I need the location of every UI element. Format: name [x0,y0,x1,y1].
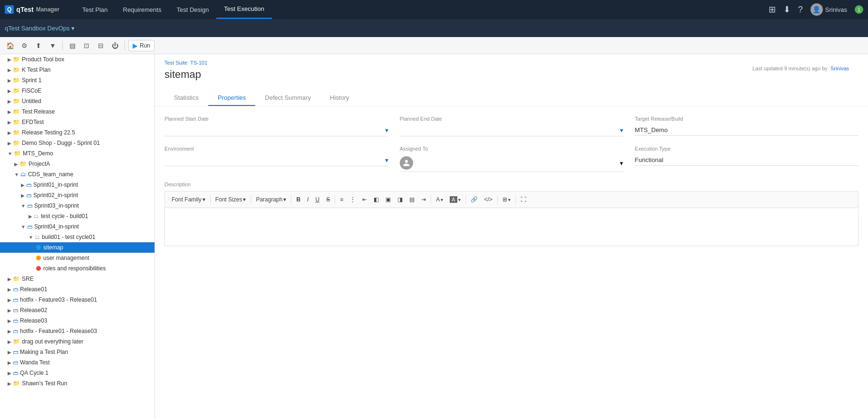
sidebar-item-making-test-plan[interactable]: ▶ 🗃 Making a Test Plan [0,347,154,357]
sidebar-item-sitemap[interactable]: sitemap [0,242,154,253]
assigned-to-input[interactable]: ▾ [400,154,624,172]
project-name[interactable]: qTest Sandbox DevOps ▾ [5,25,75,32]
sidebar-item-drag-everything[interactable]: ▶ 📁 drag out everything later [0,336,154,347]
execution-type-value: Functional [635,154,858,166]
indent-btn[interactable]: ⇥ [418,194,429,205]
download-icon[interactable]: ⬇ [783,4,791,15]
upload-btn[interactable]: ⬆ [32,39,45,52]
sidebar-item-demo-shop[interactable]: ▶ 📁 Demo Shop - Duggi - Sprint 01 [0,138,154,148]
breadcrumb-suite-id[interactable]: TS-101 [190,60,207,66]
start-date-dropdown-icon[interactable]: ▾ [385,126,388,134]
font-family-label: Font Family [172,196,202,203]
view-btn3[interactable]: ⊟ [95,39,107,52]
sidebar-item-release02[interactable]: ▶ 🗃 Release02 [0,305,154,315]
expand-arrow: ▶ [8,371,11,376]
nav-test-execution[interactable]: Test Execution [216,0,272,19]
last-updated-user-link[interactable]: Srinivas [830,66,849,71]
sidebar-item-release03[interactable]: ▶ 🗃 Release03 [0,315,154,326]
sidebar-item-cds-team[interactable]: ▼ 🗂 CDS_team_name [0,169,154,180]
view-btn2[interactable]: ⊡ [80,39,93,52]
sidebar-item-mts-demo[interactable]: ▼ 📁 MTS_Demo [0,148,154,159]
sidebar-item-sprint04[interactable]: ▼ 🗃 Sprint04_in-sprint [0,221,154,232]
tab-properties[interactable]: Properties [208,90,255,106]
sidebar-item-sprint01[interactable]: ▶ 🗃 Sprint01_in-sprint [0,180,154,190]
sidebar-item-qa-cycle1[interactable]: ▶ 🗃 QA Cycle 1 [0,368,154,378]
grid-icon[interactable]: ⊞ [769,4,776,15]
font-sizes-label: Font Sizes [215,196,242,203]
table-btn[interactable]: ⊞ ▾ [500,194,513,205]
filter-btn[interactable]: ▼ [47,39,59,52]
planned-start-input[interactable]: 08/26/2022 ▾ [164,124,388,136]
sidebar-item-sprint02[interactable]: ▶ 🗃 Sprint02_in-sprint [0,190,154,200]
bold-btn[interactable]: B [293,194,303,205]
font-family-dropdown[interactable]: Font Family ▾ [169,194,208,205]
tab-defect-summary[interactable]: Defect Summary [255,90,320,106]
environment-field[interactable] [164,157,385,164]
code-btn[interactable]: </> [482,194,495,205]
expand-arrow: ▼ [21,224,26,229]
run-button[interactable]: ▶ Run [128,40,154,51]
notification-badge[interactable]: 1 [855,5,863,14]
sidebar-item-test-cycle-build01[interactable]: ▶ 🗂 test cycle - build01 [0,211,154,221]
text-color-btn[interactable]: A ▾ [433,194,446,205]
sidebar-item-build01-cycle[interactable]: ▼ 🗂 build01 - test cycle01 [0,232,154,242]
help-icon[interactable]: ? [798,5,803,15]
sidebar-item-roles-responsibilities[interactable]: roles and responsibilities [0,263,154,274]
sidebar-item-projectA[interactable]: ▶ 📁 ProjectA [0,159,154,169]
assigned-dropdown-icon[interactable]: ▾ [620,160,623,167]
expand-arrow: ▶ [8,57,11,62]
expand-arrow: ▶ [29,214,32,219]
sidebar-item-shawns-test-run[interactable]: ▶ 📁 Shawn's Test Run [0,378,154,389]
end-date-dropdown-icon[interactable]: ▾ [620,126,623,134]
planned-end-field[interactable]: 08/26/2022 [400,127,620,134]
planned-start-field[interactable]: 08/26/2022 [164,127,385,134]
highlight-color-btn[interactable]: A ▾ [447,194,463,205]
sidebar-item-k-test-plan[interactable]: ▶ 📁 K Test Plan [0,65,154,75]
environment-input[interactable]: ▾ [164,154,388,166]
tab-history[interactable]: History [320,90,358,106]
link-btn[interactable]: 🔗 [468,194,481,205]
sidebar-item-user-management[interactable]: user management [0,253,154,263]
nav-test-design[interactable]: Test Design [169,0,216,19]
expand-arrow: ▶ [8,99,11,104]
underline-btn[interactable]: U [312,194,322,205]
sidebar-item-hotfix-feature01[interactable]: ▶ 🗃 hotfix - Feature01 - Release03 [0,326,154,336]
sidebar-item-sprint03[interactable]: ▼ 🗃 Sprint03_in-sprint [0,200,154,211]
sidebar-item-untitled[interactable]: ▶ 📁 Untitled [0,96,154,106]
editor-content[interactable] [164,208,858,246]
form-group-target-release: Target Release/Build MTS_Demo [635,116,858,136]
sidebar-item-product-toolbox[interactable]: ▶ 📁 Product Tool box [0,54,154,65]
unordered-list-btn[interactable]: ≡ [337,194,346,205]
sidebar-item-release-testing[interactable]: ▶ 📁 Release Testing 22.5 [0,127,154,138]
justify-btn[interactable]: ▤ [406,194,417,205]
user-menu[interactable]: 👤 Srinivas [810,3,847,16]
align-left-btn[interactable]: ◧ [371,194,382,205]
italic-btn[interactable]: I [304,194,311,205]
settings-btn[interactable]: ⚙ [18,39,30,52]
sidebar-item-wanda-test[interactable]: ▶ 🗃 Wanda Test [0,357,154,368]
ordered-list-btn[interactable]: ⋮ [347,194,358,205]
paragraph-dropdown[interactable]: Paragraph ▾ [253,194,289,205]
environment-dropdown-icon[interactable]: ▾ [385,156,388,164]
tab-statistics[interactable]: Statistics [164,90,208,106]
sidebar-item-sprint1[interactable]: ▶ 📁 Sprint 1 [0,75,154,86]
fullscreen-btn[interactable]: ⛶ [518,194,529,205]
nav-test-plan[interactable]: Test Plan [75,0,115,19]
sidebar-item-hotfix-feature03[interactable]: ▶ 🗃 hotfix - Feature03 - Release01 [0,295,154,305]
toggle-btn[interactable]: ⏻ [109,39,121,52]
strikethrough-btn[interactable]: S [323,194,333,205]
view-btn1[interactable]: ▤ [66,39,78,52]
sidebar-item-fisco[interactable]: ▶ 📁 FiSCoE [0,86,154,96]
home-btn[interactable]: 🏠 [4,39,16,52]
font-sizes-dropdown[interactable]: Font Sizes ▾ [212,194,249,205]
sidebar-item-efdtest[interactable]: ▶ 📁 EFDTest [0,117,154,127]
planned-end-input[interactable]: 08/26/2022 ▾ [400,124,624,136]
sidebar-item-release01[interactable]: ▶ 🗃 Release01 [0,284,154,295]
folder-icon: 📁 [19,161,27,167]
align-right-btn[interactable]: ◨ [395,194,405,205]
sidebar-item-sre[interactable]: ▶ 📁 SRE [0,274,154,284]
align-center-btn[interactable]: ▣ [383,194,394,205]
indent-left-btn[interactable]: ⇤ [359,194,370,205]
sidebar-item-test-release[interactable]: ▶ 📁 Test Release [0,106,154,117]
nav-requirements[interactable]: Requirements [116,0,169,19]
